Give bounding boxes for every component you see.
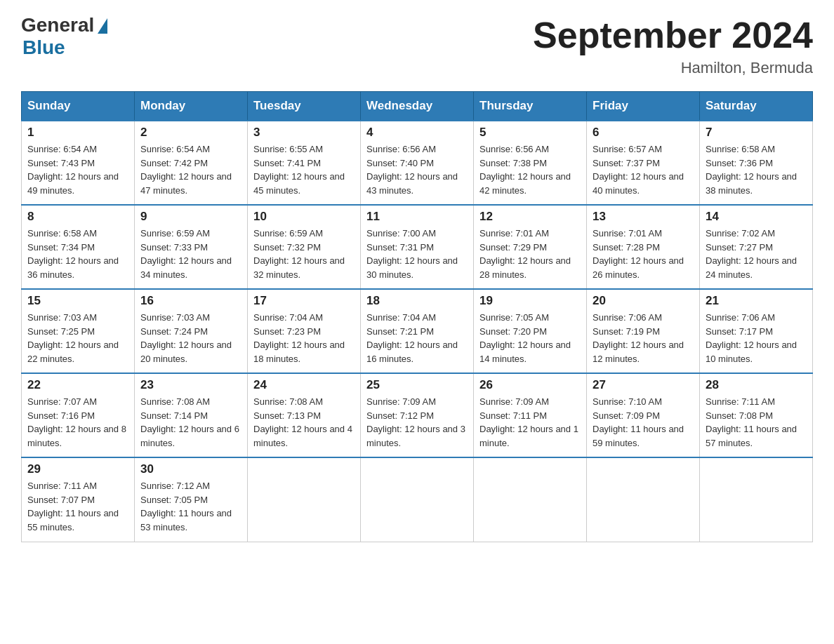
calendar-cell: 15Sunrise: 7:03 AMSunset: 7:25 PMDayligh… bbox=[22, 289, 135, 373]
calendar-cell: 16Sunrise: 7:03 AMSunset: 7:24 PMDayligh… bbox=[135, 289, 248, 373]
calendar-cell: 11Sunrise: 7:00 AMSunset: 7:31 PMDayligh… bbox=[361, 205, 474, 289]
day-number: 25 bbox=[366, 378, 468, 392]
day-number: 23 bbox=[140, 378, 241, 392]
day-info: Sunrise: 6:58 AMSunset: 7:36 PMDaylight:… bbox=[706, 142, 807, 197]
calendar-cell: 4Sunrise: 6:56 AMSunset: 7:40 PMDaylight… bbox=[361, 121, 474, 205]
day-info: Sunrise: 6:56 AMSunset: 7:40 PMDaylight:… bbox=[366, 142, 468, 197]
day-number: 13 bbox=[593, 210, 694, 224]
day-number: 7 bbox=[706, 126, 807, 140]
day-info: Sunrise: 6:58 AMSunset: 7:34 PMDaylight:… bbox=[27, 227, 128, 281]
days-of-week-row: SundayMondayTuesdayWednesdayThursdayFrid… bbox=[22, 92, 813, 121]
day-number: 16 bbox=[140, 294, 241, 308]
day-info: Sunrise: 6:59 AMSunset: 7:32 PMDaylight:… bbox=[253, 227, 355, 281]
day-number: 19 bbox=[479, 294, 581, 308]
day-info: Sunrise: 7:04 AMSunset: 7:23 PMDaylight:… bbox=[253, 311, 355, 365]
day-info: Sunrise: 6:59 AMSunset: 7:33 PMDaylight:… bbox=[140, 227, 241, 281]
calendar-cell: 19Sunrise: 7:05 AMSunset: 7:20 PMDayligh… bbox=[474, 289, 587, 373]
week-row-1: 1Sunrise: 6:54 AMSunset: 7:43 PMDaylight… bbox=[22, 121, 813, 205]
day-number: 15 bbox=[27, 294, 128, 308]
day-of-week-monday: Monday bbox=[135, 92, 248, 121]
day-info: Sunrise: 7:04 AMSunset: 7:21 PMDaylight:… bbox=[366, 311, 468, 365]
day-number: 20 bbox=[593, 294, 694, 308]
day-info: Sunrise: 7:12 AMSunset: 7:05 PMDaylight:… bbox=[140, 479, 241, 534]
calendar-cell: 25Sunrise: 7:09 AMSunset: 7:12 PMDayligh… bbox=[361, 373, 474, 457]
logo-blue-text: Blue bbox=[22, 36, 65, 59]
calendar-header: SundayMondayTuesdayWednesdayThursdayFrid… bbox=[22, 92, 813, 121]
calendar-cell: 22Sunrise: 7:07 AMSunset: 7:16 PMDayligh… bbox=[22, 373, 135, 457]
calendar-cell: 23Sunrise: 7:08 AMSunset: 7:14 PMDayligh… bbox=[135, 373, 248, 457]
day-of-week-tuesday: Tuesday bbox=[248, 92, 361, 121]
day-info: Sunrise: 7:03 AMSunset: 7:25 PMDaylight:… bbox=[27, 311, 128, 365]
day-info: Sunrise: 7:10 AMSunset: 7:09 PMDaylight:… bbox=[593, 395, 694, 450]
day-number: 30 bbox=[140, 462, 241, 476]
day-number: 6 bbox=[593, 126, 694, 140]
calendar-cell: 20Sunrise: 7:06 AMSunset: 7:19 PMDayligh… bbox=[587, 289, 700, 373]
logo-triangle-icon bbox=[98, 18, 107, 34]
day-number: 4 bbox=[366, 126, 468, 140]
day-info: Sunrise: 7:08 AMSunset: 7:14 PMDaylight:… bbox=[140, 395, 241, 450]
week-row-4: 22Sunrise: 7:07 AMSunset: 7:16 PMDayligh… bbox=[22, 373, 813, 457]
day-info: Sunrise: 7:00 AMSunset: 7:31 PMDaylight:… bbox=[366, 227, 468, 281]
day-info: Sunrise: 7:06 AMSunset: 7:17 PMDaylight:… bbox=[706, 311, 807, 365]
calendar-cell: 21Sunrise: 7:06 AMSunset: 7:17 PMDayligh… bbox=[700, 289, 813, 373]
day-info: Sunrise: 7:03 AMSunset: 7:24 PMDaylight:… bbox=[140, 311, 241, 365]
calendar-subtitle: Hamilton, Bermuda bbox=[533, 59, 813, 77]
day-info: Sunrise: 6:56 AMSunset: 7:38 PMDaylight:… bbox=[479, 142, 581, 197]
calendar-cell: 9Sunrise: 6:59 AMSunset: 7:33 PMDaylight… bbox=[135, 205, 248, 289]
day-number: 28 bbox=[706, 378, 807, 392]
day-info: Sunrise: 7:08 AMSunset: 7:13 PMDaylight:… bbox=[253, 395, 355, 450]
day-info: Sunrise: 7:07 AMSunset: 7:16 PMDaylight:… bbox=[27, 395, 128, 450]
day-number: 18 bbox=[366, 294, 468, 308]
calendar-cell: 13Sunrise: 7:01 AMSunset: 7:28 PMDayligh… bbox=[587, 205, 700, 289]
calendar-cell bbox=[361, 457, 474, 542]
calendar-cell bbox=[700, 457, 813, 542]
calendar-cell: 29Sunrise: 7:11 AMSunset: 7:07 PMDayligh… bbox=[22, 457, 135, 542]
calendar-table: SundayMondayTuesdayWednesdayThursdayFrid… bbox=[21, 91, 813, 542]
day-info: Sunrise: 7:11 AMSunset: 7:07 PMDaylight:… bbox=[27, 479, 128, 534]
day-info: Sunrise: 7:05 AMSunset: 7:20 PMDaylight:… bbox=[479, 311, 581, 365]
calendar-cell: 7Sunrise: 6:58 AMSunset: 7:36 PMDaylight… bbox=[700, 121, 813, 205]
calendar-cell: 1Sunrise: 6:54 AMSunset: 7:43 PMDaylight… bbox=[22, 121, 135, 205]
calendar-cell: 6Sunrise: 6:57 AMSunset: 7:37 PMDaylight… bbox=[587, 121, 700, 205]
calendar-cell bbox=[474, 457, 587, 542]
calendar-body: 1Sunrise: 6:54 AMSunset: 7:43 PMDaylight… bbox=[22, 121, 813, 542]
day-info: Sunrise: 7:02 AMSunset: 7:27 PMDaylight:… bbox=[706, 227, 807, 281]
day-number: 14 bbox=[706, 210, 807, 224]
calendar-cell: 26Sunrise: 7:09 AMSunset: 7:11 PMDayligh… bbox=[474, 373, 587, 457]
day-number: 27 bbox=[593, 378, 694, 392]
day-info: Sunrise: 6:54 AMSunset: 7:43 PMDaylight:… bbox=[27, 142, 128, 197]
day-info: Sunrise: 7:06 AMSunset: 7:19 PMDaylight:… bbox=[593, 311, 694, 365]
day-number: 11 bbox=[366, 210, 468, 224]
calendar-cell bbox=[587, 457, 700, 542]
logo: General Blue bbox=[21, 14, 107, 59]
calendar-cell: 3Sunrise: 6:55 AMSunset: 7:41 PMDaylight… bbox=[248, 121, 361, 205]
week-row-5: 29Sunrise: 7:11 AMSunset: 7:07 PMDayligh… bbox=[22, 457, 813, 542]
calendar-cell: 10Sunrise: 6:59 AMSunset: 7:32 PMDayligh… bbox=[248, 205, 361, 289]
calendar-cell: 5Sunrise: 6:56 AMSunset: 7:38 PMDaylight… bbox=[474, 121, 587, 205]
day-number: 3 bbox=[253, 126, 355, 140]
day-of-week-wednesday: Wednesday bbox=[361, 92, 474, 121]
day-of-week-thursday: Thursday bbox=[474, 92, 587, 121]
day-number: 24 bbox=[253, 378, 355, 392]
calendar-cell: 12Sunrise: 7:01 AMSunset: 7:29 PMDayligh… bbox=[474, 205, 587, 289]
day-info: Sunrise: 6:55 AMSunset: 7:41 PMDaylight:… bbox=[253, 142, 355, 197]
day-info: Sunrise: 7:01 AMSunset: 7:29 PMDaylight:… bbox=[479, 227, 581, 281]
day-number: 12 bbox=[479, 210, 581, 224]
logo-general-text: General bbox=[21, 14, 94, 36]
calendar-cell: 28Sunrise: 7:11 AMSunset: 7:08 PMDayligh… bbox=[700, 373, 813, 457]
calendar-cell bbox=[248, 457, 361, 542]
day-number: 5 bbox=[479, 126, 581, 140]
title-section: September 2024 Hamilton, Bermuda bbox=[533, 14, 813, 77]
week-row-3: 15Sunrise: 7:03 AMSunset: 7:25 PMDayligh… bbox=[22, 289, 813, 373]
calendar-cell: 2Sunrise: 6:54 AMSunset: 7:42 PMDaylight… bbox=[135, 121, 248, 205]
day-number: 26 bbox=[479, 378, 581, 392]
day-info: Sunrise: 7:01 AMSunset: 7:28 PMDaylight:… bbox=[593, 227, 694, 281]
day-number: 9 bbox=[140, 210, 241, 224]
day-number: 2 bbox=[140, 126, 241, 140]
day-number: 21 bbox=[706, 294, 807, 308]
day-number: 10 bbox=[253, 210, 355, 224]
week-row-2: 8Sunrise: 6:58 AMSunset: 7:34 PMDaylight… bbox=[22, 205, 813, 289]
day-of-week-friday: Friday bbox=[587, 92, 700, 121]
calendar-cell: 30Sunrise: 7:12 AMSunset: 7:05 PMDayligh… bbox=[135, 457, 248, 542]
page-header: General Blue September 2024 Hamilton, Be… bbox=[21, 14, 813, 77]
